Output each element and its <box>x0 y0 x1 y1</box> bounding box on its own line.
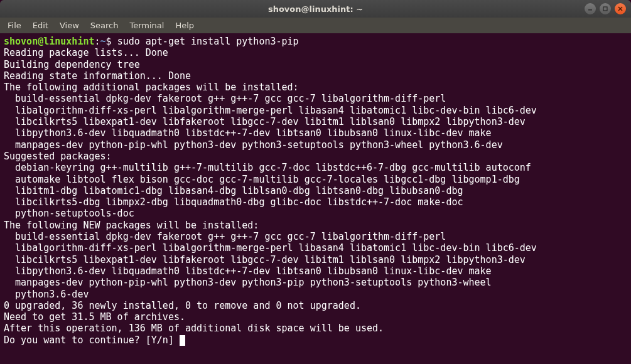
menu-edit[interactable]: Edit <box>28 19 53 32</box>
terminal-output: Reading package lists... Done Building d… <box>4 47 537 345</box>
prompt-separator: : <box>95 36 100 47</box>
cursor <box>180 335 185 346</box>
menu-terminal[interactable]: Terminal <box>124 19 169 32</box>
minimize-button[interactable] <box>585 3 596 14</box>
command-text: sudo apt-get install python3-pip <box>117 36 299 47</box>
window-controls <box>585 3 626 14</box>
menu-view[interactable]: View <box>55 19 84 32</box>
svg-rect-1 <box>603 7 607 11</box>
prompt-dollar: $ <box>106 36 117 47</box>
maximize-icon <box>602 6 608 12</box>
menubar: File Edit View Search Terminal Help <box>0 18 631 33</box>
titlebar: shovon@linuxhint: ~ <box>0 0 631 18</box>
window-title: shovon@linuxhint: ~ <box>5 4 626 14</box>
menu-file[interactable]: File <box>3 19 26 32</box>
maximize-button[interactable] <box>600 3 611 14</box>
menu-help[interactable]: Help <box>170 19 199 32</box>
terminal-body[interactable]: shovon@linuxhint:~$ sudo apt-get install… <box>0 33 631 364</box>
prompt-path: ~ <box>100 36 106 47</box>
svg-rect-0 <box>588 9 592 11</box>
menu-search[interactable]: Search <box>85 19 124 32</box>
minimize-icon <box>587 6 593 12</box>
close-icon <box>617 6 623 12</box>
prompt-user: shovon@linuxhint <box>4 36 95 47</box>
terminal-window: shovon@linuxhint: ~ File Edit V <box>0 0 631 364</box>
close-button[interactable] <box>615 3 626 14</box>
